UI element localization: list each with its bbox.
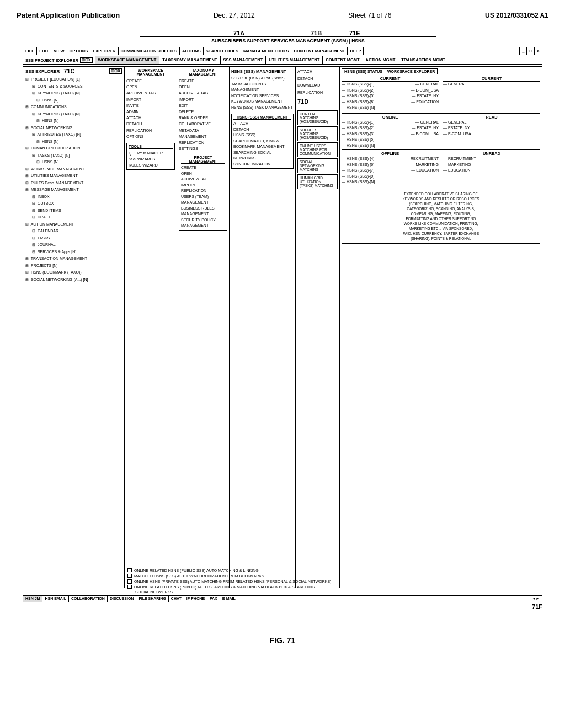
cb-item-2: MATCHED HSNS (SSS) AUTO SYNCHRONIZATION … <box>127 574 542 578</box>
pm-create[interactable]: CREATE <box>181 165 225 171</box>
pm-archive[interactable]: ACHIVE & TAG <box>181 176 225 183</box>
tab-transaction[interactable]: TRANSACTION MGMT <box>398 56 448 64</box>
win-min[interactable]: _ <box>520 47 527 55</box>
cb-item-4: ONLINE RELATED HSNS (PUBLIC) AUTO SEARCH… <box>127 585 542 589</box>
wm-admin[interactable]: ADMIN <box>126 109 175 115</box>
read-col: READ — GENERAL — ESTATE_NY — E-COM_USA <box>443 115 540 149</box>
att-replication[interactable]: REPLICATION <box>297 89 338 97</box>
tool-sss[interactable]: SSS WIZARDS <box>129 156 173 162</box>
ci2-1: — GENERAL <box>443 82 540 88</box>
wm-import[interactable]: IMPORT <box>126 97 175 103</box>
tool-rules[interactable]: RULES WIZARD <box>129 162 173 168</box>
wm-detach[interactable]: DETACH <box>126 121 175 127</box>
att-detach[interactable]: DETACH <box>297 76 338 83</box>
tab-content[interactable]: CONTENT MGMT <box>323 56 363 64</box>
taxo-settings[interactable]: SETTINGS <box>179 146 227 152</box>
status-tab-hsns[interactable]: HSNS (SSS) STATUS <box>342 68 385 74</box>
hm-searching[interactable]: SEARCHING SOCIAL NETWORKS <box>233 150 291 162</box>
bottom-tab-bar: HSN JM HSN EMAIL COLLABORATION DISCUSSIO… <box>23 595 542 602</box>
taxo-import[interactable]: IMPORT <box>179 97 227 103</box>
hm-sync[interactable]: SYNCHRONIZATION <box>233 162 291 168</box>
menu-view[interactable]: VIEW <box>51 47 67 55</box>
tree-item-outbox: ⊟ OUTBOX <box>23 200 124 207</box>
wm-attach[interactable]: ATTACH <box>126 115 175 121</box>
btab-hsnemail[interactable]: HSN EMAIL <box>42 596 69 602</box>
menu-explorer[interactable]: EXPLORER <box>90 47 118 55</box>
btab-discussion[interactable]: DISCUSSION <box>108 596 137 602</box>
hm-items: ATTACH DETACH HSNS (SSS) SEARCH MATCH, K… <box>233 121 291 167</box>
wm-archive[interactable]: ARCHIVE & TAG <box>126 90 175 96</box>
hm-attach[interactable]: ATTACH <box>233 121 291 127</box>
menu-file[interactable]: FILE <box>23 47 37 55</box>
pm-import[interactable]: IMPORT <box>181 183 225 189</box>
pm-open[interactable]: OPEN <box>181 171 225 177</box>
win-close[interactable]: X <box>535 47 542 55</box>
cb4-box[interactable] <box>127 585 132 589</box>
tab-workspace-mgmt[interactable]: WORKSPACE MANAGEMENT <box>95 56 160 64</box>
hm-detach[interactable]: DETACH <box>233 127 291 133</box>
pm-security[interactable]: SECURITY POLICY MANAGEMENT <box>181 217 225 229</box>
menu-mgmt[interactable]: MANAGEMENT TOOLS <box>241 47 291 55</box>
tree-item-comm: ⊞ COMMUNICATIONS <box>23 104 124 111</box>
btab-arrows[interactable]: ◄► <box>530 596 542 602</box>
cb1-box[interactable] <box>127 568 132 572</box>
wm-replication[interactable]: REPLICATION <box>126 127 175 133</box>
cb2-box[interactable] <box>127 574 132 578</box>
online-section: ONLINE — HSNS (SSS)-[1]— GENERAL — HSNS … <box>342 115 540 149</box>
wm-open[interactable]: OPEN <box>126 84 175 90</box>
tab-taxonomy[interactable]: TAXONOMY MANAGEMENT <box>159 56 220 64</box>
att-download[interactable]: DOWNLOAD <box>297 82 338 89</box>
att-attach[interactable]: ATTACH <box>297 68 338 76</box>
pm-replication[interactable]: REPLICATION <box>181 188 225 194</box>
btab-fax[interactable]: FAX <box>207 596 220 602</box>
online-users-box: ONLINE USERS MATCHING FOR COMMUNICATION <box>297 142 338 157</box>
pm-users[interactable]: USERS (TEAM) MANAGEMENT <box>181 194 225 206</box>
menu-comm[interactable]: COMMUNICATION UTILITIES <box>119 47 180 55</box>
cb-item-3: ONLINE HSNS (PRIVATE-SSS) AUTO MATCHING … <box>127 579 542 584</box>
tools-items: QUERY MANAGER SSS WIZARDS RULES WIZARD <box>129 150 173 169</box>
btab-fileshare[interactable]: FILE SHARING <box>136 596 168 602</box>
explorer-controls[interactable]: ⊞⊟X <box>109 68 122 74</box>
taxo-meta[interactable]: METADATA MANAGEMENT <box>179 127 227 140</box>
tab-action[interactable]: ACTION MGMT <box>363 56 399 64</box>
tree-item-workspace: ⊞ WORKSPACE MANAGEMENT <box>23 166 124 173</box>
btab-ipphone[interactable]: IP PHONE <box>184 596 207 602</box>
menu-options[interactable]: OPTIONS <box>67 47 91 55</box>
menu-edit[interactable]: EDIT <box>37 47 51 55</box>
hm-hsns[interactable]: HSNS (SSS) <box>233 132 291 138</box>
cb3-box[interactable] <box>127 579 132 584</box>
status-tab-workspace[interactable]: WORKSPACE EXPLORER <box>385 68 438 74</box>
taxo-delete[interactable]: DELETE <box>179 109 227 115</box>
menu-content[interactable]: CONTENT MANAGEMENT <box>291 47 348 55</box>
explorer-header: SSS EXPLORER 71C ⊞⊟X <box>23 67 124 76</box>
win-max[interactable]: □ <box>527 47 535 55</box>
taxo-archive[interactable]: ARCHIVE & TAG <box>179 90 227 96</box>
pub-sheet: Sheet 71 of 76 <box>348 12 391 19</box>
menu-help[interactable]: HELP <box>348 47 364 55</box>
wm-invite[interactable]: INVITE <box>126 103 175 109</box>
menu-actions[interactable]: ACTIONS <box>180 47 204 55</box>
wm-create[interactable]: CREATE <box>126 78 175 84</box>
tab-utilities[interactable]: UTILITIES MANAGEMENT <box>266 56 323 64</box>
taxo-edit[interactable]: EDIT <box>179 103 227 109</box>
hm-search[interactable]: SEARCH MATCH, KINK & BOOKMARK MANAGEMENT <box>233 138 291 150</box>
tab-sss-mgmt[interactable]: SSS MANAGEMENT <box>221 56 266 64</box>
taxo-replication[interactable]: REPLICATION <box>179 140 227 146</box>
taxo-collab[interactable]: COLLABORATIVE <box>179 121 227 127</box>
tree-item-tasks1: ⊞ TASKS (TAXO) [N] <box>23 152 124 159</box>
pm-bizrules[interactable]: BUSINESS RULES MANAGEMENT <box>181 206 225 217</box>
menu-search[interactable]: SEARCH TOOLS <box>204 47 241 55</box>
tool-query[interactable]: QUERY MANAGER <box>129 150 173 156</box>
taxo-rank[interactable]: RANK & ORDER <box>179 115 227 121</box>
taxo-items: CREATE OPEN ARCHIVE & TAG IMPORT EDIT DE… <box>179 78 227 152</box>
taxo-open[interactable]: OPEN <box>179 84 227 90</box>
btab-email[interactable]: E-MAIL <box>220 596 238 602</box>
wm-options[interactable]: OPTIONS <box>126 133 175 140</box>
btab-hsnjm[interactable]: HSN JM <box>23 596 42 602</box>
btab-chat[interactable]: CHAT <box>169 596 184 602</box>
tools-section: TOOLS QUERY MANAGER SSS WIZARDS RULES WI… <box>126 143 175 170</box>
taxo-create[interactable]: CREATE <box>179 78 227 84</box>
btab-collab[interactable]: COLLABORATION <box>69 596 108 602</box>
explorer-tab-btn[interactable]: ⊞⊟X <box>80 57 93 63</box>
current-items: — HSNS (SSS)-[1]— GENERAL — HSNS (SSS)-[… <box>342 82 439 111</box>
